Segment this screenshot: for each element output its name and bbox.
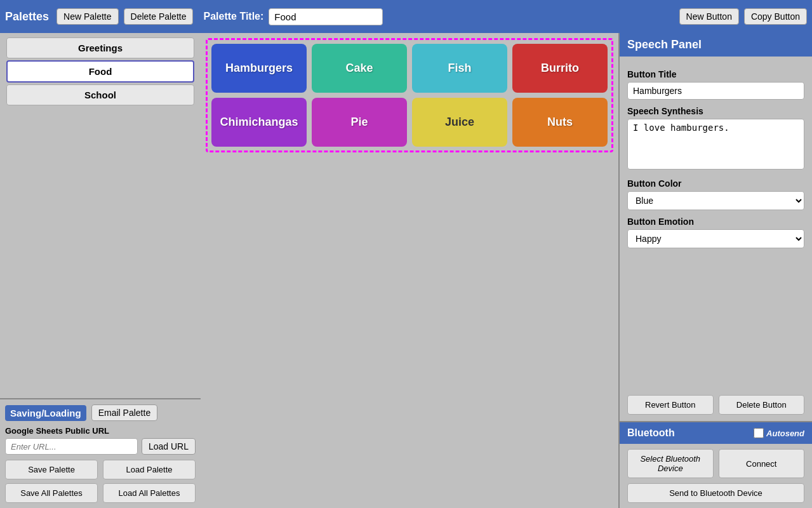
palette-item[interactable]: Food (6, 60, 194, 83)
left-panel: GreetingsFoodSchool Saving/Loading Email… (0, 33, 201, 508)
palette-list: GreetingsFoodSchool (0, 33, 201, 398)
connect-button[interactable]: Connect (719, 449, 805, 478)
autosend-label: Autosend (766, 429, 804, 438)
bluetooth-title: Bluetooth (627, 427, 675, 439)
load-url-button[interactable]: Load URL (142, 438, 196, 455)
button-grid: HamburgersCakeFishBurritoChimichangasPie… (211, 44, 608, 147)
save-palette-button[interactable]: Save Palette (5, 460, 98, 479)
bluetooth-body: Select Bluetooth Device Connect Send to … (620, 444, 812, 508)
top-bar: Palettes New Palette Delete Palette Pale… (0, 0, 812, 33)
saving-title: Saving/Loading (5, 405, 86, 421)
grid-button[interactable]: Burrito (512, 44, 608, 93)
button-color-select[interactable]: BlueRedGreenYellowOrangePurpleTealCyan (627, 191, 804, 210)
delete-button[interactable]: Delete Button (719, 395, 805, 415)
grid-button[interactable]: Juice (412, 98, 507, 147)
button-title-input[interactable] (627, 82, 804, 100)
url-input[interactable] (5, 438, 138, 455)
grid-button[interactable]: Pie (312, 98, 407, 147)
button-grid-wrapper: HamburgersCakeFishBurritoChimichangasPie… (206, 38, 613, 152)
speech-panel-header: Speech Panel (620, 33, 812, 57)
grid-button[interactable]: Fish (412, 44, 507, 93)
saving-panel: Saving/Loading Email Palette Google Shee… (0, 398, 201, 508)
copy-button-button[interactable]: Copy Button (744, 8, 807, 25)
palette-title-label: Palette Title: (203, 11, 263, 22)
send-bluetooth-button[interactable]: Send to Bluetooth Device (627, 483, 804, 503)
grid-button[interactable]: Chimichangas (211, 98, 307, 147)
right-panel: Speech Panel Button Title Speech Synthes… (618, 33, 812, 508)
main-area: GreetingsFoodSchool Saving/Loading Email… (0, 33, 812, 508)
palette-title-input[interactable] (269, 8, 383, 25)
palettes-title: Palettes (5, 10, 49, 23)
speech-action-buttons: Revert Button Delete Button (620, 389, 812, 421)
grid-button[interactable]: Hamburgers (211, 44, 307, 93)
delete-palette-button[interactable]: Delete Palette (124, 8, 194, 25)
speech-synthesis-label: Speech Synthesis (627, 106, 804, 116)
email-palette-button[interactable]: Email Palette (91, 404, 157, 421)
palette-item[interactable]: School (6, 84, 194, 105)
palette-item[interactable]: Greetings (6, 37, 194, 58)
new-button-button[interactable]: New Button (679, 8, 739, 25)
bluetooth-header: Bluetooth Autosend (620, 422, 812, 444)
grid-button[interactable]: Nuts (512, 98, 608, 147)
speech-body: Button Title Speech Synthesis Button Col… (620, 57, 812, 389)
button-emotion-label: Button Emotion (627, 217, 804, 227)
revert-button[interactable]: Revert Button (627, 395, 714, 415)
load-palette-button[interactable]: Load Palette (103, 460, 196, 479)
bluetooth-panel: Bluetooth Autosend Select Bluetooth Devi… (620, 421, 812, 508)
autosend-checkbox[interactable] (754, 428, 764, 438)
autosend-container: Autosend (754, 428, 804, 438)
button-color-label: Button Color (627, 178, 804, 189)
button-title-label: Button Title (627, 69, 804, 79)
speech-synthesis-textarea[interactable] (627, 119, 804, 170)
button-emotion-select[interactable]: HappySadAngrySurprisedNeutral (627, 229, 804, 248)
new-palette-button[interactable]: New Palette (57, 8, 118, 25)
google-url-label: Google Sheets Public URL (5, 426, 196, 436)
center-panel: HamburgersCakeFishBurritoChimichangasPie… (201, 33, 618, 508)
grid-button[interactable]: Cake (312, 44, 407, 93)
select-bluetooth-device-button[interactable]: Select Bluetooth Device (627, 449, 714, 478)
save-all-palettes-button[interactable]: Save All Palettes (5, 483, 98, 503)
load-all-palettes-button[interactable]: Load All Palettes (103, 483, 196, 503)
